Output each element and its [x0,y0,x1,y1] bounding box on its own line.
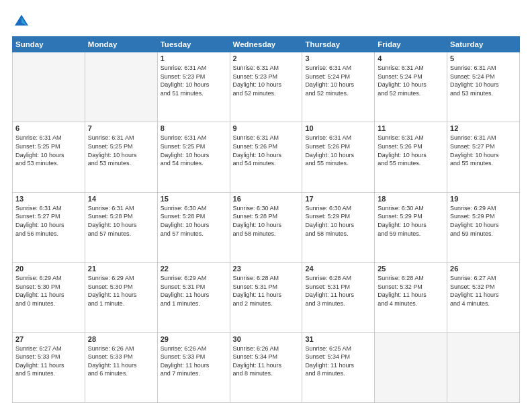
day-info: Sunrise: 6:31 AMSunset: 5:27 PMDaylight:… [15,204,82,238]
weekday-header-sunday: Sunday [13,37,85,52]
calendar-cell: 23Sunrise: 6:28 AMSunset: 5:31 PMDayligh… [230,263,302,332]
calendar-cell: 6Sunrise: 6:31 AMSunset: 5:25 PMDaylight… [13,122,85,192]
calendar-cell: 11Sunrise: 6:31 AMSunset: 5:26 PMDayligh… [375,122,447,192]
calendar-cell: 5Sunrise: 6:31 AMSunset: 5:24 PMDaylight… [447,52,520,122]
calendar-cell: 21Sunrise: 6:29 AMSunset: 5:30 PMDayligh… [85,263,157,332]
day-number: 21 [88,265,154,273]
calendar-cell: 8Sunrise: 6:31 AMSunset: 5:25 PMDaylight… [157,122,230,192]
weekday-header-tuesday: Tuesday [157,37,230,52]
day-info: Sunrise: 6:31 AMSunset: 5:24 PMDaylight:… [305,64,371,97]
day-info: Sunrise: 6:30 AMSunset: 5:29 PMDaylight:… [305,204,371,238]
weekday-header-saturday: Saturday [447,37,520,52]
week-row-3: 13Sunrise: 6:31 AMSunset: 5:27 PMDayligh… [13,192,520,262]
calendar-cell: 18Sunrise: 6:30 AMSunset: 5:29 PMDayligh… [375,192,447,262]
calendar-cell [13,52,85,122]
calendar-cell: 25Sunrise: 6:28 AMSunset: 5:32 PMDayligh… [375,263,447,332]
calendar-cell: 26Sunrise: 6:27 AMSunset: 5:32 PMDayligh… [447,263,520,332]
day-info: Sunrise: 6:30 AMSunset: 5:28 PMDaylight:… [161,204,227,238]
weekday-header-wednesday: Wednesday [230,37,302,52]
day-info: Sunrise: 6:25 AMSunset: 5:34 PMDaylight:… [305,345,371,378]
weekday-header-monday: Monday [85,37,157,52]
day-info: Sunrise: 6:31 AMSunset: 5:23 PMDaylight:… [233,64,300,97]
day-number: 8 [161,124,227,132]
calendar-cell: 15Sunrise: 6:30 AMSunset: 5:28 PMDayligh… [157,192,230,262]
calendar-cell: 9Sunrise: 6:31 AMSunset: 5:26 PMDaylight… [230,122,302,192]
week-row-2: 6Sunrise: 6:31 AMSunset: 5:25 PMDaylight… [13,122,520,192]
day-number: 2 [233,54,300,62]
day-info: Sunrise: 6:31 AMSunset: 5:23 PMDaylight:… [161,64,227,97]
calendar-cell: 30Sunrise: 6:26 AMSunset: 5:34 PMDayligh… [230,332,302,402]
calendar-cell [447,332,520,402]
day-info: Sunrise: 6:31 AMSunset: 5:26 PMDaylight:… [378,134,444,167]
day-info: Sunrise: 6:27 AMSunset: 5:33 PMDaylight:… [15,345,82,378]
week-row-1: 1Sunrise: 6:31 AMSunset: 5:23 PMDaylight… [13,52,520,122]
logo [12,12,34,31]
day-number: 7 [88,124,154,132]
day-number: 16 [233,195,300,203]
day-info: Sunrise: 6:29 AMSunset: 5:30 PMDaylight:… [88,274,154,308]
logo-icon [12,12,31,31]
day-number: 23 [233,265,300,273]
day-number: 10 [305,124,371,132]
weekday-header-thursday: Thursday [302,37,375,52]
day-info: Sunrise: 6:31 AMSunset: 5:25 PMDaylight:… [161,134,227,167]
calendar-cell: 28Sunrise: 6:26 AMSunset: 5:33 PMDayligh… [85,332,157,402]
day-number: 6 [15,124,82,132]
calendar-cell: 12Sunrise: 6:31 AMSunset: 5:27 PMDayligh… [447,122,520,192]
header [12,12,520,31]
calendar-cell [85,52,157,122]
day-number: 26 [450,265,517,273]
calendar-cell: 27Sunrise: 6:27 AMSunset: 5:33 PMDayligh… [13,332,85,402]
day-info: Sunrise: 6:26 AMSunset: 5:33 PMDaylight:… [161,345,227,378]
day-info: Sunrise: 6:29 AMSunset: 5:30 PMDaylight:… [15,274,82,308]
day-number: 18 [378,195,444,203]
page: SundayMondayTuesdayWednesdayThursdayFrid… [0,0,532,411]
calendar-cell: 24Sunrise: 6:28 AMSunset: 5:31 PMDayligh… [302,263,375,332]
day-number: 31 [305,335,371,343]
day-info: Sunrise: 6:26 AMSunset: 5:33 PMDaylight:… [88,345,154,378]
day-info: Sunrise: 6:27 AMSunset: 5:32 PMDaylight:… [450,274,517,308]
calendar-cell: 14Sunrise: 6:31 AMSunset: 5:28 PMDayligh… [85,192,157,262]
day-number: 9 [233,124,300,132]
calendar-cell: 17Sunrise: 6:30 AMSunset: 5:29 PMDayligh… [302,192,375,262]
day-number: 14 [88,195,154,203]
day-number: 24 [305,265,371,273]
day-number: 5 [450,54,517,62]
calendar-cell: 4Sunrise: 6:31 AMSunset: 5:24 PMDaylight… [375,52,447,122]
day-number: 12 [450,124,517,132]
calendar-cell: 22Sunrise: 6:29 AMSunset: 5:31 PMDayligh… [157,263,230,332]
day-number: 3 [305,54,371,62]
weekday-header-friday: Friday [375,37,447,52]
week-row-4: 20Sunrise: 6:29 AMSunset: 5:30 PMDayligh… [13,263,520,332]
day-number: 11 [378,124,444,132]
day-info: Sunrise: 6:28 AMSunset: 5:31 PMDaylight:… [233,274,300,308]
calendar-cell: 20Sunrise: 6:29 AMSunset: 5:30 PMDayligh… [13,263,85,332]
day-number: 28 [88,335,154,343]
day-number: 27 [15,335,82,343]
day-info: Sunrise: 6:31 AMSunset: 5:25 PMDaylight:… [15,134,82,167]
day-info: Sunrise: 6:31 AMSunset: 5:27 PMDaylight:… [450,134,517,167]
day-number: 4 [378,54,444,62]
day-number: 22 [161,265,227,273]
day-number: 30 [233,335,300,343]
day-number: 17 [305,195,371,203]
day-number: 15 [161,195,227,203]
day-info: Sunrise: 6:30 AMSunset: 5:29 PMDaylight:… [378,204,444,238]
weekday-header-row: SundayMondayTuesdayWednesdayThursdayFrid… [13,37,520,52]
day-info: Sunrise: 6:28 AMSunset: 5:32 PMDaylight:… [378,274,444,308]
day-number: 13 [15,195,82,203]
day-info: Sunrise: 6:26 AMSunset: 5:34 PMDaylight:… [233,345,300,378]
day-number: 20 [15,265,82,273]
calendar-cell: 16Sunrise: 6:30 AMSunset: 5:28 PMDayligh… [230,192,302,262]
day-number: 1 [161,54,227,62]
calendar-cell: 1Sunrise: 6:31 AMSunset: 5:23 PMDaylight… [157,52,230,122]
calendar-cell: 31Sunrise: 6:25 AMSunset: 5:34 PMDayligh… [302,332,375,402]
calendar-cell [375,332,447,402]
calendar-cell: 2Sunrise: 6:31 AMSunset: 5:23 PMDaylight… [230,52,302,122]
day-info: Sunrise: 6:30 AMSunset: 5:28 PMDaylight:… [233,204,300,238]
day-number: 29 [161,335,227,343]
day-info: Sunrise: 6:28 AMSunset: 5:31 PMDaylight:… [305,274,371,308]
day-info: Sunrise: 6:29 AMSunset: 5:31 PMDaylight:… [161,274,227,308]
day-info: Sunrise: 6:31 AMSunset: 5:24 PMDaylight:… [450,64,517,97]
calendar-cell: 29Sunrise: 6:26 AMSunset: 5:33 PMDayligh… [157,332,230,402]
